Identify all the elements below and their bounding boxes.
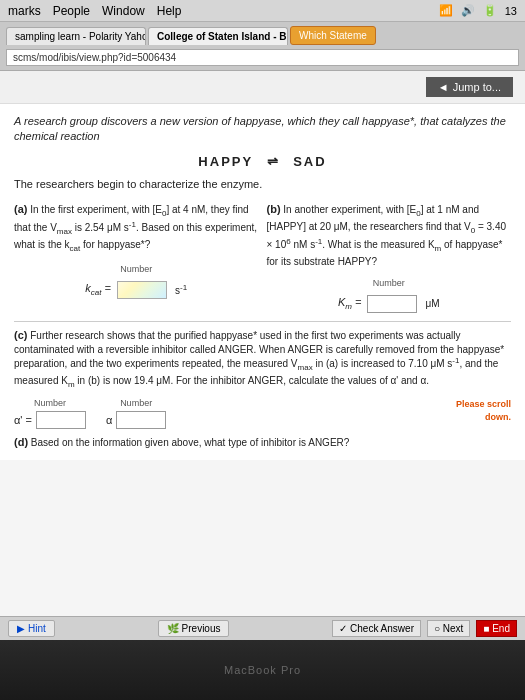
alpha-prime-row: α' = bbox=[14, 411, 86, 429]
number-label-b: Number bbox=[373, 277, 405, 289]
tab-label-3: Which Stateme bbox=[299, 30, 367, 41]
part-a: (a) In the first experiment, with [E0] a… bbox=[14, 202, 259, 312]
jump-to-bar: ◄ Jump to... bbox=[0, 71, 525, 104]
part-b-label: (b) bbox=[267, 203, 281, 215]
jump-arrow-icon: ◄ bbox=[438, 81, 449, 93]
tab-college-staten[interactable]: College of Staten Island - BIO ✕ bbox=[148, 27, 288, 45]
previous-icon: 🌿 bbox=[167, 623, 179, 634]
part-a-label: (a) bbox=[14, 203, 27, 215]
menu-item-marks[interactable]: marks bbox=[8, 4, 41, 18]
reaction-arrow: ⇌ bbox=[267, 154, 280, 169]
number-label-c1: Number bbox=[14, 397, 86, 409]
alpha-row: α bbox=[106, 411, 166, 429]
number-label-a: Number bbox=[120, 263, 152, 275]
question-content: A research group discovers a new version… bbox=[0, 104, 525, 460]
kcat-label: kcat = bbox=[85, 281, 111, 299]
kcat-input[interactable] bbox=[117, 281, 167, 299]
hint-button[interactable]: ▶ Hint bbox=[8, 620, 55, 637]
next-button[interactable]: ○ Next bbox=[427, 620, 470, 637]
km-label: Km = bbox=[338, 295, 362, 313]
part-c-label: (c) bbox=[14, 329, 27, 341]
laptop-body: MacBook Pro bbox=[0, 640, 525, 700]
reaction-right: SAD bbox=[293, 154, 326, 169]
check-icon: ✓ bbox=[339, 623, 347, 634]
researcher-text: The researchers begin to characterize th… bbox=[14, 177, 511, 192]
toolbar-center: 🌿 Previous bbox=[158, 620, 230, 637]
part-d-text: Based on the information given above, wh… bbox=[31, 437, 350, 448]
alpha-group: Number α bbox=[106, 397, 166, 429]
part-c-text: Further research shows that the purified… bbox=[14, 330, 504, 386]
kcat-unit: s-1 bbox=[175, 283, 187, 298]
alpha-prime-input[interactable] bbox=[36, 411, 86, 429]
km-input[interactable] bbox=[367, 295, 417, 313]
part-d: (d) Based on the information given above… bbox=[14, 435, 511, 450]
hint-label: Hint bbox=[28, 623, 46, 634]
scroll-hint: Please scrolldown. bbox=[456, 399, 511, 423]
menu-item-window[interactable]: Window bbox=[102, 4, 145, 18]
jump-to-button[interactable]: ◄ Jump to... bbox=[426, 77, 513, 97]
menu-item-people[interactable]: People bbox=[53, 4, 90, 18]
divider-1 bbox=[14, 321, 511, 322]
check-label: Check Answer bbox=[350, 623, 414, 634]
next-label: Next bbox=[443, 623, 464, 634]
intro-text: A research group discovers a new version… bbox=[14, 114, 511, 145]
hint-icon: ▶ bbox=[17, 623, 25, 634]
parts-ab-container: (a) In the first experiment, with [E0] a… bbox=[14, 202, 511, 312]
next-icon: ○ bbox=[434, 623, 440, 634]
check-answer-button[interactable]: ✓ Check Answer bbox=[332, 620, 421, 637]
tab-label-1: sampling learn - Polarity Yaho bbox=[15, 31, 146, 42]
end-label: End bbox=[492, 623, 510, 634]
alpha-prime-label: α' = bbox=[14, 413, 32, 428]
tab-label-2: College of Staten Island - BIO bbox=[157, 31, 288, 42]
menu-bar-right: 📶 🔊 🔋 13 bbox=[439, 4, 517, 17]
wifi-icon: 📶 bbox=[439, 4, 453, 17]
part-a-input-group: Number kcat = s-1 bbox=[14, 263, 259, 299]
alpha-label: α bbox=[106, 413, 112, 428]
content-area: ◄ Jump to... A research group discovers … bbox=[0, 71, 525, 616]
kcat-row: kcat = s-1 bbox=[85, 281, 187, 299]
part-d-label: (d) bbox=[14, 436, 28, 448]
end-button[interactable]: ■ End bbox=[476, 620, 517, 637]
previous-button[interactable]: 🌿 Previous bbox=[158, 620, 230, 637]
previous-label: Previous bbox=[182, 623, 221, 634]
end-icon: ■ bbox=[483, 623, 489, 634]
alpha-prime-group: Number α' = bbox=[14, 397, 86, 429]
alpha-input[interactable] bbox=[116, 411, 166, 429]
part-a-text: In the first experiment, with [E0] at 4 … bbox=[14, 204, 257, 250]
battery-icon: 🔋 bbox=[483, 4, 497, 17]
scroll-hint-area: Please scrolldown. bbox=[456, 397, 511, 424]
tab-bar: sampling learn - Polarity Yaho ✕ College… bbox=[6, 26, 519, 45]
address-bar[interactable]: scms/mod/ibis/view.php?id=5006434 bbox=[6, 49, 519, 66]
volume-icon: 🔊 bbox=[461, 4, 475, 17]
browser-chrome: sampling learn - Polarity Yaho ✕ College… bbox=[0, 22, 525, 71]
menu-bar: marks People Window Help 📶 🔊 🔋 13 bbox=[0, 0, 525, 22]
reaction-line: HAPPY ⇌ SAD bbox=[14, 153, 511, 171]
laptop-label: MacBook Pro bbox=[224, 664, 301, 676]
part-b: (b) In another experiment, with [E0] at … bbox=[267, 202, 512, 312]
part-b-text: In another experiment, with [E0] at 1 nM… bbox=[267, 204, 507, 267]
part-c: (c) Further research shows that the puri… bbox=[14, 328, 511, 429]
menu-item-help[interactable]: Help bbox=[157, 4, 182, 18]
jump-to-label: Jump to... bbox=[453, 81, 501, 93]
tab-sampling-learn[interactable]: sampling learn - Polarity Yaho ✕ bbox=[6, 27, 146, 45]
km-row: Km = μM bbox=[338, 295, 440, 313]
tab-which-statement[interactable]: Which Stateme bbox=[290, 26, 376, 45]
km-unit: μM bbox=[425, 297, 439, 311]
part-c-inputs: Number α' = Number α P bbox=[14, 397, 511, 429]
bottom-toolbar: ▶ Hint 🌿 Previous ✓ Check Answer ○ Next … bbox=[0, 616, 525, 640]
part-b-input-group: Number Km = μM bbox=[267, 277, 512, 313]
time-display: 13 bbox=[505, 5, 517, 17]
number-label-c2: Number bbox=[106, 397, 166, 409]
toolbar-right: ✓ Check Answer ○ Next ■ End bbox=[332, 620, 517, 637]
reaction-left: HAPPY bbox=[198, 154, 253, 169]
